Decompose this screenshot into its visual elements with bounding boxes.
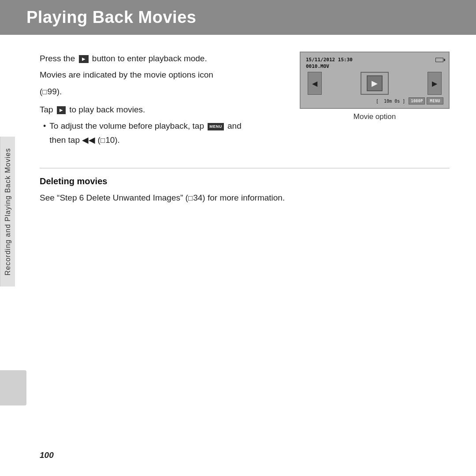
camera-battery-icon — [435, 58, 443, 62]
intro-line1: Press the button to enter playback mode. — [40, 52, 282, 65]
page-title: Playing Back Movies — [26, 8, 196, 26]
page-header: Playing Back Movies — [0, 0, 476, 35]
intro-section: Press the button to enter playback mode.… — [40, 52, 450, 147]
camera-right-arrow-btn[interactable]: ▶ — [428, 72, 442, 95]
camera-filename: 0010.MOV — [306, 63, 443, 69]
intro-text-block: Press the button to enter playback mode.… — [40, 52, 282, 147]
deleting-section: Deleting movies See “Step 6 Delete Unwan… — [40, 176, 450, 205]
page-number: 100 — [40, 450, 54, 460]
intro-line2: Movies are indicated by the movie option… — [40, 68, 282, 82]
deleting-section-title: Deleting movies — [40, 176, 450, 186]
sidebar-tab: Recording and Playing Back Movies — [0, 137, 15, 286]
book-ref-icon: □ — [42, 86, 47, 98]
left-arrow-icon: ◀ — [312, 79, 317, 88]
intro-line4: Tap ▶ to play back movies. — [40, 103, 282, 116]
camera-top-bar: 15/11/2012 15:30 — [306, 57, 443, 63]
bottom-tab-decoration — [0, 370, 26, 405]
camera-mockup-container: 15/11/2012 15:30 0010.MOV ◀ ▶ — [300, 52, 450, 121]
bullet-item-volume: • To adjust the volume before playback, … — [43, 119, 282, 147]
camera-play-icon: ▶ — [367, 75, 383, 91]
camera-datetime: 15/11/2012 15:30 — [306, 57, 353, 63]
section-divider — [40, 168, 450, 168]
menu-icon: MENU — [208, 123, 224, 130]
camera-screen: 15/11/2012 15:30 0010.MOV ◀ ▶ — [300, 52, 450, 109]
right-arrow-icon: ▶ — [432, 79, 437, 88]
intro-line3: (□99). — [40, 85, 282, 98]
main-content: Press the button to enter playback mode.… — [0, 35, 476, 221]
deleting-section-body: See “Step 6 Delete Unwanted Images” (□34… — [40, 191, 450, 205]
movie-option-label: Movie option — [353, 112, 396, 121]
bullet-text: To adjust the volume before playback, ta… — [49, 119, 241, 147]
camera-center-btn[interactable]: ▶ — [361, 72, 389, 95]
bullet-dot: • — [43, 120, 46, 133]
tap-play-icon: ▶ — [57, 106, 66, 114]
sidebar-tab-label: Recording and Playing Back Movies — [4, 148, 12, 275]
book-ref3-icon: □ — [188, 192, 193, 205]
camera-bottom-bar: [ 10m 0s ] 1080P MENU — [306, 97, 443, 104]
camera-menu-badge: MENU — [427, 97, 443, 104]
play-button-icon — [79, 55, 89, 63]
camera-left-arrow-btn[interactable]: ◀ — [308, 72, 322, 95]
camera-screen-inner: 15/11/2012 15:30 0010.MOV ◀ ▶ — [301, 52, 449, 108]
camera-1080-badge: 1080P — [409, 97, 425, 104]
camera-timecode: [ 10m 0s ] — [376, 99, 405, 104]
book-ref2-icon: □ — [100, 134, 105, 147]
camera-playback-row: ◀ ▶ ▶ — [306, 72, 443, 95]
